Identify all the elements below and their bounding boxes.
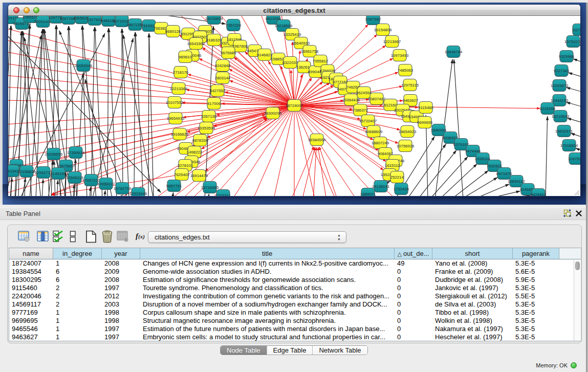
table-row[interactable]: 1938455462009Genome-wide association stu… (9, 268, 581, 276)
graph-node[interactable]: 16033809 (205, 16, 223, 25)
cell-in_degree[interactable]: 1 (53, 259, 102, 268)
citation-edge-red[interactable] (212, 105, 294, 196)
cell-pagerank[interactable]: 5.3E-5 (513, 309, 559, 317)
citation-edge-black[interactable] (208, 194, 209, 196)
graph-node[interactable]: 18300295 (264, 107, 282, 119)
cell-year[interactable]: 1997 (102, 325, 140, 333)
column-header-name[interactable]: name (9, 248, 53, 259)
graph-node[interactable]: 12213967 (383, 36, 401, 48)
cell-short[interactable]: Hescheler et al. (1997) (432, 333, 513, 341)
citation-edge-black[interactable] (136, 32, 143, 196)
cell-pagerank[interactable]: 5.5E-5 (513, 292, 559, 300)
graph-node[interactable]: 15720407 (359, 115, 377, 127)
citation-edge-black[interactable] (454, 59, 463, 196)
network-canvas[interactable]: 2104155140557141065521200914061097794109… (8, 16, 580, 196)
citation-edge-black[interactable] (568, 73, 580, 79)
tab-network-table[interactable]: Network Table (313, 346, 367, 355)
column-header-in_degree[interactable]: in_degree (53, 248, 102, 259)
cell-in_degree[interactable]: 6 (53, 268, 102, 276)
graph-node[interactable]: 2087682 (365, 16, 381, 25)
table-row[interactable]: 2242004622012Investigating the contribut… (9, 292, 581, 300)
cell-year[interactable]: 1998 (102, 309, 140, 317)
select-column-icon[interactable] (37, 230, 49, 243)
cell-name[interactable]: 9115460 (9, 284, 53, 292)
citation-edge-black[interactable] (567, 87, 581, 94)
table-row[interactable]: 1830029562008Estimation of significance … (9, 276, 581, 284)
graph-node[interactable]: 1527602 (87, 16, 102, 26)
cell-year[interactable]: 2008 (102, 276, 140, 284)
citation-edge-black[interactable] (109, 28, 117, 196)
graph-node[interactable]: 8660128 (165, 26, 181, 37)
cell-short[interactable]: Wolkin et al. (1998) (432, 317, 513, 325)
cell-out_degree[interactable]: 0 (395, 292, 432, 300)
graph-node[interactable]: 9857791 (166, 180, 182, 192)
cell-in_degree[interactable]: 2 (53, 292, 102, 300)
citation-edge-red[interactable] (318, 147, 326, 196)
citation-edge-black[interactable] (122, 29, 123, 196)
graph-node[interactable]: 417006 (207, 98, 221, 110)
citation-edge-black[interactable] (473, 184, 509, 196)
delete-table-icon-disabled[interactable] (117, 230, 128, 242)
column-header-pagerank[interactable]: pagerank (513, 248, 559, 259)
graph-node[interactable]: 19654923 (399, 126, 417, 138)
cell-out_degree[interactable]: 0 (395, 333, 432, 341)
graph-node[interactable]: 1689071 (360, 188, 376, 196)
cell-name[interactable]: 9465546 (9, 325, 53, 333)
cell-pagerank[interactable]: 5.9E-5 (513, 276, 559, 284)
graph-node[interactable]: 16154808 (374, 24, 392, 36)
float-panel-icon[interactable] (563, 209, 571, 217)
graph-node[interactable]: 17359924 (67, 147, 85, 159)
citation-edge-black[interactable] (104, 190, 105, 196)
graph-node[interactable]: 8215958 (540, 103, 555, 115)
graph-node[interactable]: 16543362 (187, 38, 205, 50)
cell-short[interactable]: Dudbridge et al. (2008) (432, 276, 513, 284)
citation-edge-black[interactable] (461, 178, 497, 196)
close-panel-icon[interactable] (576, 210, 582, 216)
graph-node[interactable]: 3267130 (201, 111, 217, 122)
graph-node[interactable]: 7485063 (398, 64, 413, 76)
cell-year[interactable]: 2008 (102, 259, 140, 268)
cell-pagerank[interactable]: 5.3E-5 (513, 333, 559, 341)
cell-year[interactable]: 2012 (102, 292, 140, 300)
select-rows-icon[interactable] (53, 230, 64, 243)
cell-out_degree[interactable]: 0 (395, 309, 432, 317)
citation-edge-black[interactable] (134, 32, 135, 196)
table-row[interactable]: 946554611997Estimation of the future num… (9, 325, 581, 333)
table-row[interactable]: 946362711997Embryonic stem cells: a mode… (9, 333, 581, 341)
graph-node[interactable]: 1145194 (51, 168, 66, 180)
graph-node[interactable]: 1273311 (215, 190, 231, 196)
cell-out_degree[interactable]: 0 (395, 276, 432, 284)
tab-edge-table[interactable]: Edge Table (267, 346, 313, 355)
graph-node[interactable]: 13353594 (198, 122, 215, 134)
column-header-out_degree[interactable]: △out_de... (395, 248, 432, 259)
graph-node[interactable]: 989610 (179, 51, 192, 63)
graph-node[interactable]: 16782759 (114, 183, 132, 194)
cell-in_degree[interactable]: 1 (53, 333, 102, 341)
graph-node[interactable]: 20206556 (45, 148, 63, 160)
citation-edge-red[interactable] (313, 147, 316, 196)
cell-title[interactable]: Structural magnetic resonance image aver… (140, 317, 395, 325)
citation-edge-black[interactable] (121, 195, 121, 196)
graph-node[interactable]: 15751074 (564, 36, 580, 48)
cell-short[interactable]: Yano et al. (2008) (432, 259, 513, 268)
table-settings-icon[interactable] (18, 230, 30, 243)
citation-edge-black[interactable] (567, 118, 580, 124)
cell-short[interactable]: de Silva et al. (2003) (432, 300, 513, 309)
cell-short[interactable]: Jankovic et al. (1997) (432, 284, 513, 292)
cell-pagerank[interactable]: 5.3E-5 (513, 259, 559, 268)
graph-node[interactable]: 252214 (390, 171, 404, 183)
cell-title[interactable]: Investigating the contribution of common… (140, 292, 395, 300)
citation-edge-red[interactable] (294, 105, 335, 196)
table-vertical-scrollbar[interactable] (574, 260, 580, 341)
cell-year[interactable]: 2009 (102, 268, 140, 276)
cell-out_degree[interactable]: 0 (395, 325, 432, 333)
cell-pagerank[interactable]: 5.3E-5 (513, 284, 559, 292)
graph-node[interactable]: 10958107 (97, 178, 115, 190)
cell-title[interactable]: Changes of HCN gene expression and I(f) … (140, 259, 395, 268)
citation-edge-black[interactable] (95, 27, 102, 196)
column-header-title[interactable]: title (140, 248, 395, 259)
graph-node[interactable]: 12975115 (401, 79, 419, 91)
citation-edge-red[interactable] (294, 105, 315, 196)
graph-node[interactable]: 1733426 (394, 183, 409, 195)
graph-node[interactable]: 8427552 (210, 85, 225, 97)
